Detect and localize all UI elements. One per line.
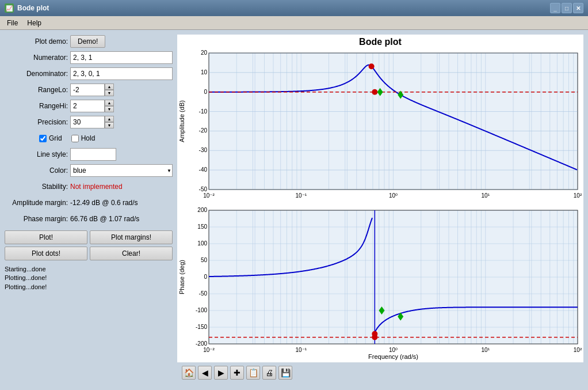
precision-spinner: ▲ ▼	[70, 116, 114, 128]
window-title: Bode plot	[17, 4, 49, 12]
rangelo-down[interactable]: ▼	[105, 90, 114, 96]
status-area: Starting...done Plotting...done! Plottin…	[5, 265, 173, 291]
copy-icon[interactable]: 📋	[246, 366, 260, 380]
numerator-input[interactable]	[70, 51, 173, 64]
rangehi-spinner: ▲ ▼	[70, 100, 114, 112]
bode-title: Bode plot	[177, 35, 583, 48]
amplitude-canvas	[177, 48, 583, 204]
linestyle-row: Line style:	[5, 147, 173, 161]
rangehi-spinner-btns: ▲ ▼	[105, 100, 114, 112]
forward-icon[interactable]: ▶	[214, 366, 228, 380]
color-select-wrapper: blue red green black cyan magenta ▼	[70, 164, 173, 177]
phase-chart	[177, 206, 583, 363]
bottom-toolbar: 🏠 ◀ ▶ ✚ 📋 🖨 💾	[177, 362, 588, 383]
denominator-row: Denominator:	[5, 67, 173, 81]
scrollbar[interactable]	[177, 383, 588, 390]
titlebar: 📈 Bode plot _ □ ✕	[0, 0, 588, 16]
status-line-1: Starting...done	[5, 265, 173, 274]
rangelo-up[interactable]: ▲	[105, 84, 114, 90]
color-select[interactable]: blue red green black cyan magenta	[70, 164, 173, 177]
minimize-button[interactable]: _	[550, 3, 560, 13]
phase-margin-value: 66.76 dB @ 1.07 rad/s	[70, 215, 139, 223]
charts-container	[177, 48, 583, 362]
menu-help[interactable]: Help	[22, 18, 46, 28]
demo-button[interactable]: Demo!	[70, 35, 105, 48]
plot-button[interactable]: Plot!	[5, 230, 87, 244]
left-panel: Plot demo: Demo! Numerator: Denominator:…	[0, 30, 177, 390]
back-icon[interactable]: ◀	[198, 366, 212, 380]
clear-button[interactable]: Clear!	[90, 247, 173, 260]
phase-canvas	[177, 206, 583, 361]
main-content: Plot demo: Demo! Numerator: Denominator:…	[0, 30, 588, 390]
grid-checkbox-label[interactable]: Grid	[39, 134, 62, 142]
menu-file[interactable]: File	[2, 18, 22, 28]
color-row: Color: blue red green black cyan magenta…	[5, 164, 173, 177]
precision-row: Precision: ▲ ▼	[5, 115, 173, 129]
rangehi-input[interactable]	[70, 100, 105, 112]
precision-up[interactable]: ▲	[105, 116, 114, 122]
amplitude-chart	[177, 48, 583, 206]
rangelo-spinner-btns: ▲ ▼	[105, 84, 114, 96]
stability-label: Stability:	[5, 183, 68, 191]
numerator-label: Numerator:	[5, 54, 68, 62]
rangelo-label: RangeLo:	[5, 86, 68, 94]
close-button[interactable]: ✕	[573, 3, 583, 13]
phase-margin-label: Phase margin:	[5, 215, 68, 223]
action-buttons: Plot! Plot margins! Plot dots! Clear!	[5, 230, 173, 260]
plot-dots-button[interactable]: Plot dots!	[5, 247, 87, 260]
window-icon: 📈	[5, 3, 14, 13]
precision-label: Precision:	[5, 118, 68, 126]
grid-hold-row: Grid Hold	[5, 131, 173, 145]
linestyle-input[interactable]	[70, 148, 116, 161]
rangelo-row: RangeLo: ▲ ▼	[5, 83, 173, 97]
print-icon[interactable]: 🖨	[262, 366, 276, 380]
plot-demo-label: Plot demo:	[5, 37, 68, 46]
maximize-button[interactable]: □	[562, 3, 572, 13]
hold-label: Hold	[81, 134, 96, 142]
rangehi-up[interactable]: ▲	[105, 100, 114, 106]
precision-down[interactable]: ▼	[105, 122, 114, 128]
rangelo-spinner: ▲ ▼	[70, 84, 114, 96]
status-line-3: Plotting...done!	[5, 283, 173, 291]
hold-checkbox-label[interactable]: Hold	[71, 134, 96, 142]
grid-label: Grid	[49, 134, 62, 142]
status-line-2: Plotting...done!	[5, 274, 173, 282]
rangehi-down[interactable]: ▼	[105, 106, 114, 112]
plot-demo-row: Plot demo: Demo!	[5, 35, 173, 48]
save-icon[interactable]: 💾	[278, 366, 292, 380]
home-icon[interactable]: 🏠	[182, 366, 196, 380]
color-label: Color:	[5, 166, 68, 175]
denominator-input[interactable]	[70, 67, 173, 80]
rangehi-row: RangeHi: ▲ ▼	[5, 99, 173, 113]
amplitude-margin-label: Amplitude margin:	[5, 199, 68, 207]
denominator-label: Denominator:	[5, 70, 68, 78]
plot-margins-button[interactable]: Plot margins!	[90, 230, 173, 244]
rangehi-label: RangeHi:	[5, 102, 68, 110]
rangelo-input[interactable]	[70, 84, 105, 96]
right-panel: Bode plot 🏠 ◀ ▶ ✚ 📋 🖨 💾	[177, 30, 588, 390]
amplitude-margin-row: Amplitude margin: -12.49 dB @ 0.6 rad/s	[5, 196, 173, 210]
hold-checkbox[interactable]	[71, 135, 79, 142]
phase-margin-row: Phase margin: 66.76 dB @ 1.07 rad/s	[5, 212, 173, 226]
linestyle-label: Line style:	[5, 150, 68, 158]
precision-input[interactable]	[70, 116, 105, 128]
stability-value: Not implemented	[70, 183, 123, 191]
grid-checkbox[interactable]	[39, 135, 47, 142]
titlebar-controls: _ □ ✕	[550, 3, 583, 13]
menubar: File Help	[0, 16, 588, 30]
pan-icon[interactable]: ✚	[230, 366, 244, 380]
plot-area: Bode plot	[177, 35, 583, 362]
numerator-row: Numerator:	[5, 51, 173, 65]
precision-spinner-btns: ▲ ▼	[105, 116, 114, 128]
stability-row: Stability: Not implemented	[5, 180, 173, 194]
amplitude-margin-value: -12.49 dB @ 0.6 rad/s	[70, 199, 138, 207]
